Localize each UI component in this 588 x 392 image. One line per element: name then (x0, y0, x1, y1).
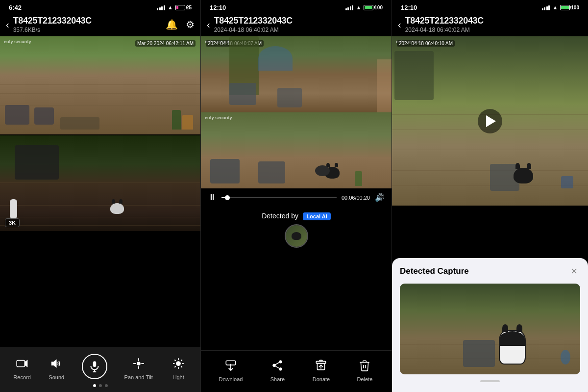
video-controls-p2: ⏸ 00:06/00:20 🔊 (201, 188, 392, 207)
detected-section: Detected by Local AI (201, 207, 392, 251)
toolbar-p1: Record Sound (0, 347, 200, 392)
signal-bar-4 (164, 5, 165, 10)
sound-icon-wrap (48, 355, 65, 372)
mic-icon-wrap (82, 354, 107, 379)
light-label: Light (172, 374, 184, 380)
download-label: Download (219, 376, 243, 382)
battery-text-p1: 25 (186, 5, 192, 10)
chair-p2-3 (258, 161, 285, 183)
toolbar-sound[interactable]: Sound (48, 355, 65, 380)
gear-icon-p1[interactable]: ⚙ (186, 19, 195, 30)
light-icon (172, 357, 185, 370)
signal-bar-3 (161, 6, 163, 10)
signal-bar-2 (159, 7, 161, 10)
download-icon (224, 359, 237, 372)
toolbar-icons-row-p1: Record Sound (0, 354, 200, 383)
panel-2: 12:10 ▲ 100 ‹ T8425T212332043C 2024-04-1… (201, 0, 392, 392)
chair-shape-1 (5, 105, 29, 125)
scene-bottom-p1: 3K (0, 135, 200, 231)
status-bar-p2: 12:10 ▲ 100 (201, 0, 392, 14)
detected-by-label: Detected by Local AI (262, 211, 331, 220)
toolbar-mic[interactable] (82, 354, 107, 380)
video-top-p1[interactable]: eufy security Mar 20 2024 06:42:11 AM (0, 36, 200, 134)
video-bottom-p1[interactable]: 3K (0, 135, 200, 231)
cat-night (110, 203, 124, 214)
svg-point-6 (137, 362, 140, 366)
video-main-p3[interactable]: eufy security 2024-04-18 06:40:10 AM (392, 36, 588, 206)
battery-box-p2: 100 (364, 5, 383, 10)
toolbar-record[interactable]: Record (13, 355, 31, 380)
back-button-p1[interactable]: ‹ (6, 19, 9, 30)
toolbar-pantilt[interactable]: Pan and Tilt (124, 355, 153, 380)
toolbar-donate[interactable]: Donate (312, 357, 330, 382)
plant-p2 (355, 171, 362, 186)
back-button-p2[interactable]: ‹ (207, 19, 210, 30)
battery-box-p3: 100 (560, 5, 579, 10)
record-label: Record (13, 374, 30, 380)
battery-p3 (560, 5, 570, 10)
battery-p2 (364, 5, 373, 10)
detected-avatar (285, 224, 308, 248)
battery-box-p1: 25 (175, 5, 192, 10)
dot-1 (93, 384, 96, 387)
progress-bar[interactable] (221, 197, 337, 198)
video-half-top: eufy security 2024-04-18 06:40:07 AM (201, 36, 392, 112)
scene-main-p3: eufy security 2024-04-18 06:40:10 AM (392, 36, 588, 206)
progress-dot (225, 195, 230, 200)
play-overlay-p3[interactable] (478, 109, 502, 133)
video-half-bottom: eufy security (201, 112, 392, 188)
cat-p3-main (514, 168, 533, 183)
deck-boards-top (0, 76, 200, 134)
toolbar-delete[interactable]: Delete (356, 357, 373, 382)
umbrella-shape (258, 46, 293, 71)
pause-button[interactable]: ⏸ (208, 192, 217, 203)
spacer-p2 (201, 251, 392, 350)
cam-title-block-p2: T8425T212332043C 2024-04-18 06:40:02 AM (214, 16, 386, 33)
dot-2 (99, 384, 102, 387)
volume-icon[interactable]: 🔊 (375, 193, 385, 202)
status-icons-p1: ▲ 25 (157, 4, 192, 10)
sheet-title: Detected Capture (400, 266, 469, 276)
svg-rect-3 (93, 361, 97, 367)
svg-point-11 (176, 362, 181, 366)
deck-boards-bottom (0, 174, 200, 231)
delete-label: Delete (357, 376, 373, 382)
cam-header-p3: ‹ T8425T212332043C 2024-04-18 06:40:02 A… (392, 14, 588, 36)
cam-header-p2: ‹ T8425T212332043C 2024-04-18 06:40:02 A… (201, 14, 392, 36)
sheet-bottom-bar (480, 380, 500, 382)
back-button-p3[interactable]: ‹ (398, 19, 401, 30)
svg-line-18 (174, 366, 175, 367)
signal-bars-p2 (345, 5, 354, 10)
donate-icon (315, 359, 327, 372)
chair-p2-2 (277, 88, 302, 107)
scene-yard-2: eufy security (201, 112, 392, 188)
toolbar-download[interactable]: Download (219, 357, 243, 382)
time-display: 00:06/00:20 (342, 195, 370, 201)
local-ai-badge: Local AI (303, 212, 330, 220)
pantilt-label: Pan and Tilt (124, 374, 153, 380)
svg-marker-2 (52, 360, 57, 367)
download-icon-wrap (222, 357, 240, 374)
plant-shape-1 (172, 110, 181, 130)
cat-capture (499, 330, 526, 365)
battery-fill-p1 (176, 6, 178, 9)
svg-marker-1 (24, 361, 27, 367)
bowl-p3 (561, 176, 573, 188)
bell-icon-p1[interactable]: 🔔 (166, 19, 178, 30)
fence-shape (377, 59, 392, 113)
video-player-p2[interactable]: eufy security 2024-04-18 06:40:07 AM euf… (201, 36, 392, 188)
video-split-p2: eufy security 2024-04-18 06:40:07 AM euf… (201, 36, 392, 188)
toolbar-light[interactable]: Light (170, 355, 187, 380)
status-bar-p1: 6:42 ▲ 25 (0, 0, 200, 14)
sound-label: Sound (49, 374, 64, 380)
record-icon (16, 357, 28, 370)
delete-icon (358, 359, 371, 372)
share-icon (271, 359, 284, 372)
close-button[interactable]: ✕ (567, 265, 580, 278)
toolbar-share[interactable]: Share (269, 357, 286, 382)
sofa-shape (210, 159, 240, 183)
delete-icon-wrap (356, 357, 373, 374)
table-shape-1 (60, 117, 99, 130)
scene-top-p1: eufy security Mar 20 2024 06:42:11 AM (0, 36, 200, 134)
svg-line-16 (174, 360, 175, 361)
